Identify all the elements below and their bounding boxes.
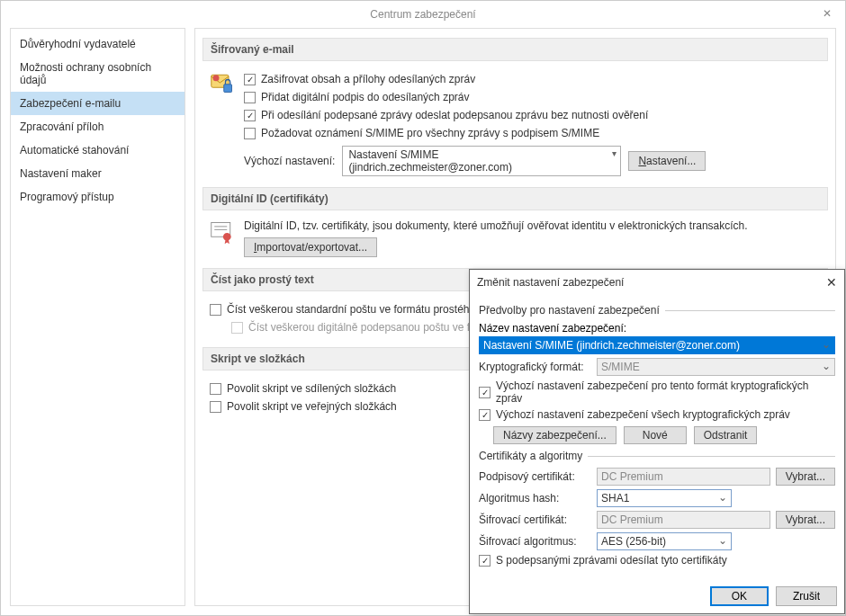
cb-default-all[interactable]: ✓ Výchozí nastavení zabezpečení všech kr… [479, 408, 835, 421]
delete-button[interactable]: Odstranit [694, 426, 758, 444]
dialog-footer: OK Zrušit [470, 579, 844, 613]
close-icon[interactable]: ✕ [826, 275, 837, 290]
crypto-format-label: Kryptografický formát: [479, 361, 591, 373]
checkbox-icon [210, 401, 221, 413]
choose-enc-cert-button[interactable]: Vybrat... [776, 511, 835, 529]
cb-default-all-label: Výchozí nastavení zabezpečení všech kryp… [496, 408, 790, 421]
sidebar-item-publishers[interactable]: Důvěryhodní vydavatelé [11, 32, 184, 56]
cb-send-certs-label: S podepsanými zprávami odesílat tyto cer… [496, 554, 727, 567]
cb-default-format-label: Výchozí nastavení zabezpečení pro tento … [496, 379, 835, 405]
svg-point-1 [213, 75, 220, 81]
cb-cleartext[interactable]: ✓ Při odesílání podepsané zprávy odeslat… [244, 106, 821, 124]
checkbox-icon: ✓ [479, 555, 490, 567]
new-button[interactable]: Nové [624, 426, 687, 444]
cb-sign[interactable]: Přidat digitální podpis do odesílaných z… [244, 88, 821, 106]
cb-encrypt-label: Zašifrovat obsah a přílohy odesílaných z… [261, 73, 475, 85]
checkbox-icon [231, 322, 243, 334]
security-labels-button[interactable]: Názvy zabezpečení... [493, 426, 616, 444]
checkbox-icon: ✓ [244, 110, 256, 121]
checkbox-icon: ✓ [244, 74, 256, 85]
titlebar: Centrum zabezpečení ✕ [1, 1, 845, 28]
section-digitalid-body: Digitální ID, tzv. certifikáty, jsou dok… [202, 216, 828, 266]
hash-alg-select[interactable]: SHA1 [597, 489, 732, 507]
cb-read-plain-label: Číst veškerou standardní poštu ve formát… [227, 303, 502, 316]
certificate-icon [210, 219, 235, 245]
sidebar-item-attachments[interactable]: Zpracování příloh [11, 115, 184, 138]
sign-cert-label: Podpisový certifikát: [479, 470, 591, 483]
cb-receipt[interactable]: Požadovat oznámení S/MIME pro všechny zp… [244, 124, 821, 142]
crypto-format-select: S/MIME [597, 358, 835, 376]
checkbox-icon [244, 128, 256, 139]
enc-alg-select[interactable]: AES (256-bit) [597, 532, 732, 550]
checkbox-icon: ✓ [479, 387, 490, 398]
window-title: Centrum zabezpečení [370, 8, 475, 21]
enc-cert-label: Šifrovací certifikát: [479, 513, 591, 526]
sidebar-item-privacy[interactable]: Možnosti ochrany osobních údajů [11, 56, 184, 92]
sidebar: Důvěryhodní vydavatelé Možnosti ochrany … [10, 28, 185, 606]
envelope-lock-icon [210, 70, 235, 95]
cb-script-public-label: Povolit skript ve veřejných složkách [227, 400, 397, 413]
checkbox-icon [244, 92, 256, 103]
settings-button[interactable]: Nastavení... [628, 151, 706, 171]
svg-rect-2 [224, 85, 232, 93]
group-prefs-label: Předvolby pro nastavení zabezpečení [479, 304, 835, 317]
dialog-body: Předvolby pro nastavení zabezpečení Náze… [470, 295, 844, 579]
import-export-button[interactable]: Importovat/exportovat... [244, 237, 377, 257]
default-settings-label: Výchozí nastavení: [244, 155, 335, 167]
sign-cert-field: DC Premium [597, 468, 770, 486]
cb-send-certs[interactable]: ✓ S podepsanými zprávami odesílat tyto c… [479, 554, 835, 567]
name-label: Název nastavení zabezpečení: [479, 322, 835, 335]
enc-cert-field: DC Premium [597, 511, 770, 529]
svg-point-6 [223, 233, 231, 241]
cb-cleartext-label: Při odesílání podepsané zprávy odeslat p… [261, 109, 648, 121]
trust-center-window: Centrum zabezpečení ✕ Důvěryhodní vydava… [0, 0, 846, 616]
ok-button[interactable]: OK [710, 586, 769, 606]
security-settings-dialog: Změnit nastavení zabezpečení ✕ Předvolby… [469, 269, 845, 614]
hash-alg-label: Algoritmus hash: [479, 492, 591, 504]
section-encrypted-header: Šifrovaný e-mail [202, 38, 828, 61]
group-certs-label: Certifikáty a algoritmy [479, 450, 835, 462]
section-digitalid-header: Digitální ID (certifikáty) [202, 187, 828, 210]
cb-sign-label: Přidat digitální podpis do odesílaných z… [261, 91, 469, 103]
sidebar-item-download[interactable]: Automatické stahování [11, 138, 184, 162]
default-settings-select[interactable]: Nastavení S/MIME (jindrich.zechmeister@z… [342, 146, 621, 176]
close-icon[interactable]: ✕ [814, 4, 840, 22]
section-encrypted-body: ✓ Zašifrovat obsah a přílohy odesílaných… [202, 67, 828, 185]
cb-receipt-label: Požadovat oznámení S/MIME pro všechny zp… [261, 127, 599, 139]
checkbox-icon [210, 383, 221, 395]
cb-script-shared-label: Povolit skript ve sdílených složkách [227, 382, 396, 395]
checkbox-icon: ✓ [479, 409, 490, 421]
cb-encrypt[interactable]: ✓ Zašifrovat obsah a přílohy odesílaných… [244, 70, 821, 88]
settings-name-combo[interactable]: Nastavení S/MIME (jindrich.zechmeister@z… [479, 336, 835, 354]
enc-alg-label: Šifrovací algoritmus: [479, 535, 591, 548]
dialog-titlebar: Změnit nastavení zabezpečení ✕ [470, 270, 844, 295]
sidebar-item-email-security[interactable]: Zabezpečení e-mailu [11, 92, 184, 115]
choose-sign-cert-button[interactable]: Vybrat... [776, 468, 835, 486]
checkbox-icon [210, 304, 221, 316]
sidebar-item-macros[interactable]: Nastavení maker [11, 162, 184, 185]
dialog-title-text: Změnit nastavení zabezpečení [477, 276, 624, 289]
sidebar-item-programmatic[interactable]: Programový přístup [11, 185, 184, 209]
cb-default-format[interactable]: ✓ Výchozí nastavení zabezpečení pro tent… [479, 379, 835, 405]
cancel-button[interactable]: Zrušit [776, 586, 837, 606]
digitalid-desc: Digitální ID, tzv. certifikáty, jsou dok… [244, 219, 821, 232]
